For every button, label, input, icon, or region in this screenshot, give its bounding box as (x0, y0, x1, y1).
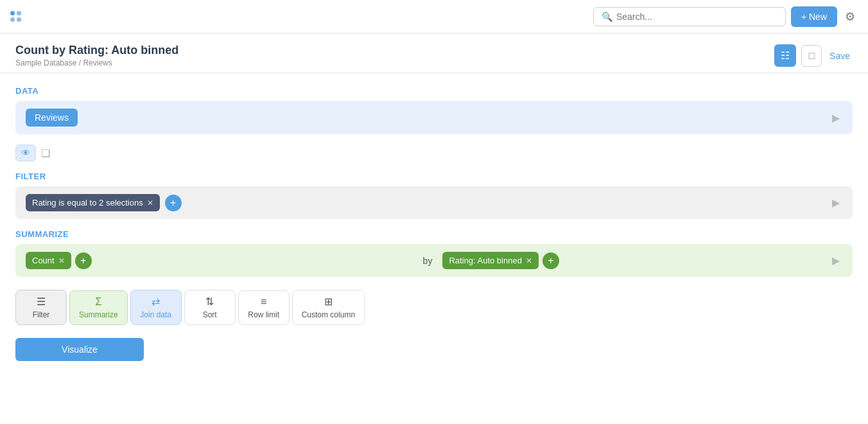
data-section: Data Reviews ▶ (15, 86, 853, 134)
join-toolbar-button[interactable]: ⇄ Join data (130, 290, 182, 325)
plus-icon: + (80, 255, 86, 267)
grid-icon-button[interactable]: ❏ (41, 147, 50, 159)
columns-icon: ❏ (41, 148, 50, 159)
data-section-label: Data (15, 86, 853, 96)
summarize-inner: Count ✕ + by Rating: Auto binned ✕ + (26, 252, 829, 269)
breadcrumb-table: Reviews (83, 58, 112, 67)
navbar-left (10, 11, 21, 22)
rating-tag-text: Rating: Auto binned (449, 256, 521, 265)
grid-view-button[interactable]: □ (801, 45, 822, 67)
summarize-toolbar-label: Summarize (79, 310, 118, 319)
by-label: by (423, 256, 433, 266)
add-filter-button[interactable]: + (165, 195, 182, 211)
save-button[interactable]: Save (827, 46, 853, 66)
settings-button[interactable]: ⚙ (842, 7, 858, 26)
filter-tag[interactable]: Rating is equal to 2 selections ✕ (26, 194, 160, 211)
summarize-right: Rating: Auto binned ✕ + (442, 252, 829, 269)
filter-toolbar-label: Filter (33, 310, 50, 319)
page-header: Count by Rating: Auto binned Sample Data… (0, 33, 868, 73)
app-logo (10, 11, 21, 22)
summarize-section: Summarize Count ✕ + by Rating: Auto binn… (15, 229, 853, 277)
plus-icon: + (548, 255, 553, 267)
summarize-section-label: Summarize (15, 229, 853, 239)
toggle-icon-button[interactable]: 👁 (15, 145, 36, 161)
add-rating-button[interactable]: + (542, 252, 559, 269)
page-header-left: Count by Rating: Auto binned Sample Data… (15, 44, 178, 67)
reviews-button[interactable]: Reviews (26, 109, 78, 127)
icon-row: 👁 ❏ (15, 145, 853, 161)
join-toolbar-label: Join data (140, 310, 171, 319)
logo-dot (17, 17, 21, 22)
table-view-button[interactable]: ☷ (774, 44, 796, 67)
search-box[interactable]: 🔍 (593, 7, 786, 26)
count-tag-text: Count (32, 256, 55, 265)
filter-remove-icon[interactable]: ✕ (147, 199, 153, 208)
data-expand-button[interactable]: ▶ (829, 109, 842, 127)
data-block: Reviews ▶ (15, 101, 853, 134)
new-button[interactable]: + New (791, 6, 837, 27)
add-count-button[interactable]: + (75, 252, 92, 269)
visualize-button[interactable]: Visualize (15, 338, 144, 361)
row-limit-toolbar-button[interactable]: ≡ Row limit (238, 290, 290, 325)
count-remove-icon[interactable]: ✕ (58, 256, 65, 265)
sort-toolbar-button[interactable]: ⇅ Sort (184, 290, 236, 325)
page-header-right: ☷ □ Save (774, 44, 853, 67)
filter-section: Filter Rating is equal to 2 selections ✕… (15, 172, 853, 219)
breadcrumb-db: Sample Database (15, 58, 76, 67)
filter-section-label: Filter (15, 172, 853, 181)
rating-remove-icon[interactable]: ✕ (526, 256, 532, 265)
summarize-block: Count ✕ + by Rating: Auto binned ✕ + (15, 244, 853, 277)
row-limit-icon: ≡ (261, 296, 266, 308)
plus-icon: + (170, 197, 176, 209)
sort-icon: ⇅ (205, 296, 214, 308)
summarize-toolbar-button[interactable]: Σ Summarize (69, 290, 128, 325)
new-button-label: + New (801, 12, 827, 22)
filter-expand-button[interactable]: ▶ (829, 194, 842, 211)
rating-tag[interactable]: Rating: Auto binned ✕ (442, 252, 538, 269)
filter-inner: Rating is equal to 2 selections ✕ + (26, 194, 829, 211)
navbar-right: 🔍 + New ⚙ (593, 6, 858, 27)
breadcrumb: Sample Database / Reviews (15, 58, 178, 67)
summarize-left: Count ✕ + (26, 252, 413, 269)
data-inner: Reviews (26, 109, 829, 127)
filter-tag-text: Rating is equal to 2 selections (32, 198, 143, 208)
filter-toolbar-button[interactable]: ☰ Filter (15, 290, 67, 325)
page-title: Count by Rating: Auto binned (15, 44, 178, 57)
filter-icon: ☰ (37, 296, 46, 308)
search-input[interactable] (616, 12, 777, 22)
custom-column-toolbar-label: Custom column (302, 310, 355, 319)
eye-icon: 👁 (21, 148, 30, 158)
sigma-icon: Σ (95, 296, 101, 308)
main-content: Data Reviews ▶ 👁 ❏ Filter Rating is equa… (0, 73, 868, 374)
search-icon: 🔍 (602, 12, 612, 22)
join-icon: ⇄ (152, 296, 160, 308)
summarize-expand-button[interactable]: ▶ (829, 252, 842, 269)
logo-dot (17, 11, 21, 15)
logo-dot (10, 11, 15, 15)
count-tag[interactable]: Count ✕ (26, 252, 71, 269)
sort-toolbar-label: Sort (203, 310, 217, 319)
navbar: 🔍 + New ⚙ (0, 0, 868, 33)
logo-dot (10, 17, 15, 22)
custom-column-icon: ⊞ (324, 296, 333, 308)
toolbar: ☰ Filter Σ Summarize ⇄ Join data ⇅ Sort … (15, 290, 853, 325)
filter-block: Rating is equal to 2 selections ✕ + ▶ (15, 186, 853, 219)
row-limit-toolbar-label: Row limit (248, 310, 279, 319)
custom-column-toolbar-button[interactable]: ⊞ Custom column (292, 290, 365, 325)
